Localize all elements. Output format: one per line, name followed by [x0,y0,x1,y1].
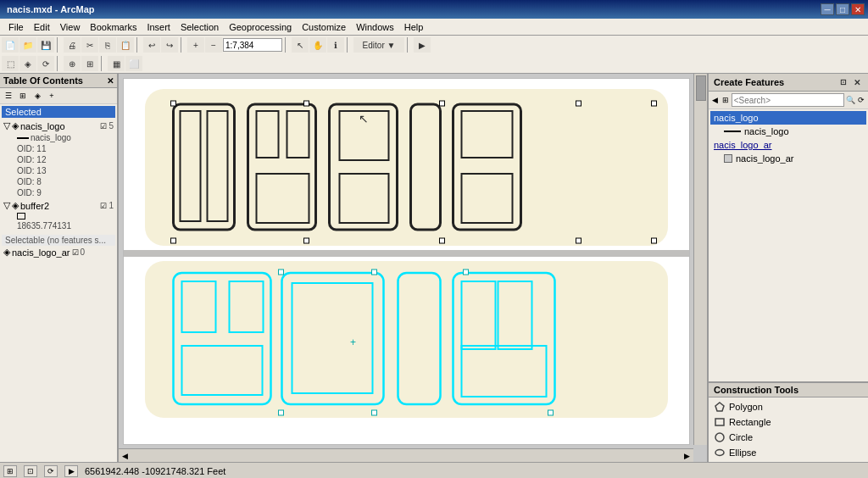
menu-insert[interactable]: Insert [142,20,175,34]
buffer2-value-label: 18635.774131 [17,221,71,231]
panel-back-button[interactable]: ◀ [710,94,720,106]
construction-tools-title: Construction Tools [714,385,798,395]
menu-geoprocessing[interactable]: Geoprocessing [224,20,297,34]
more-tools[interactable]: ▶ [414,37,431,53]
menu-edit[interactable]: Edit [29,20,55,34]
legend-box-buffer [17,213,25,220]
map-canvas: ↖ [119,74,707,462]
zoom-in-button[interactable]: + [187,37,204,53]
undo-button[interactable]: ↩ [143,37,160,53]
status-btn-4[interactable]: ▶ [64,465,78,477]
feature-search-input[interactable] [732,93,844,107]
attribute-table[interactable]: ▦ [108,56,125,71]
close-button[interactable]: ✕ [851,3,865,15]
svg-rect-4 [257,111,279,158]
legend-line-nacis [17,137,29,139]
panel-organize-button[interactable]: ⊞ [721,94,730,106]
feature-entry-nacis-logo-line[interactable]: nacis_logo [710,125,866,138]
layer-visibility-buffer[interactable]: ☑ [100,202,107,210]
right-panel-title: Create Features [714,77,784,87]
nacis-logo-shape: ↖ [145,89,668,246]
select-features[interactable]: ⬜ [125,56,142,71]
maximize-button[interactable]: □ [836,3,849,15]
status-btn-3[interactable]: ⟳ [44,465,58,477]
paste-button[interactable]: 📋 [117,37,134,53]
layer-visibility-nacis[interactable]: ☑ [100,122,107,131]
toc-symbol-view[interactable]: ◈ [31,90,44,102]
svg-rect-19 [171,238,176,243]
svg-rect-3 [248,104,316,230]
toc-oid-13: OID: 13 [15,165,115,176]
scroll-right-btn[interactable]: ▶ [684,452,690,460]
feature-line-icon [724,131,741,132]
arrow-tool[interactable]: ↖ [292,37,309,53]
feature-entry-nacis-ar[interactable]: nacis_logo_ar [710,138,866,152]
tool-rectangle[interactable]: Rectangle [710,414,866,430]
toc-nacis-legend: nacis_logo [15,132,115,143]
menu-file[interactable]: File [3,20,29,34]
edit-vertices[interactable]: ◈ [19,56,36,71]
toc-layer-nacis-logo-header[interactable]: ▽ ◈ nacis_logo ☑ 5 [2,119,115,132]
scrollbar-horizontal[interactable]: ◀ ▶ [119,448,693,462]
svg-rect-9 [340,174,389,223]
menu-bookmarks[interactable]: Bookmarks [85,20,142,34]
snapping[interactable]: ⊕ [64,56,81,71]
svg-rect-36 [279,270,284,275]
status-btn-1[interactable]: ⊞ [3,465,17,477]
identify-tool[interactable]: ℹ [327,37,344,53]
menu-view[interactable]: View [55,20,86,34]
menu-windows[interactable]: Windows [351,20,399,34]
ellipse-label: Ellipse [729,447,756,458]
zoom-out-button[interactable]: − [205,37,222,53]
panel-resize-button[interactable]: ⊡ [837,76,849,88]
svg-rect-28 [230,281,264,332]
cut-button[interactable]: ✂ [81,37,98,53]
tool-polygon[interactable]: Polygon [710,399,866,414]
toc-layer-buffer2-header[interactable]: ▽ ◈ buffer2 ☑ 1 [2,199,115,212]
map-area[interactable]: ↖ [119,74,707,462]
open-button[interactable]: 📁 [19,37,36,53]
toc-oid-8: OID: 8 [15,176,115,187]
new-button[interactable]: 📄 [2,37,19,53]
svg-rect-25 [174,273,271,404]
minimize-button[interactable]: ─ [821,3,834,15]
toc-list-view[interactable]: ☰ [2,90,15,102]
scrollbar-vertical[interactable] [693,74,707,445]
menu-help[interactable]: Help [399,20,429,34]
svg-rect-11 [453,104,521,230]
construction-tools-header: Construction Tools [709,383,868,397]
scale-input[interactable] [223,38,282,52]
toc-add-layer[interactable]: + [45,90,58,102]
feature-entry-nacis-logo-selected[interactable]: nacis_logo [710,111,866,125]
editor-dropdown[interactable]: Editor ▼ [353,37,404,53]
topology[interactable]: ⊞ [81,56,98,71]
menu-customize[interactable]: Customize [297,20,351,34]
save-button[interactable]: 💾 [37,37,54,53]
toc-close-button[interactable]: ✕ [107,76,114,86]
reshape[interactable]: ⟳ [37,56,54,71]
print-button[interactable]: 🖨 [64,37,81,53]
panel-search-button[interactable]: 🔍 [845,94,856,106]
tool-ellipse[interactable]: Ellipse [710,445,866,460]
scrollbar-thumb-v[interactable] [696,75,706,101]
tool-circle[interactable]: Circle [710,430,866,445]
toc-selectable: Selectable (no features s... [2,235,115,246]
redo-button[interactable]: ↪ [161,37,178,53]
toc-icon-view[interactable]: ⊞ [16,90,30,102]
pan-tool[interactable]: ✋ [309,37,326,53]
toc-nacis-ar-header[interactable]: ◈ nacis_logo_ar ☑ 0 [2,246,115,258]
menu-selection[interactable]: Selection [175,20,224,34]
svg-marker-43 [715,403,724,411]
scroll-left-btn[interactable]: ◀ [122,452,128,460]
toc-oid-11: OID: 11 [15,143,115,154]
svg-point-46 [715,450,724,456]
select-button[interactable]: ⬚ [2,56,19,71]
nacis-ar-visibility[interactable]: ☑ [72,248,79,257]
copy-button[interactable]: ⎘ [99,37,116,53]
svg-rect-44 [715,419,724,425]
feature-entry-nacis-ar-check[interactable]: nacis_logo_ar [710,152,866,165]
panel-close-button[interactable]: ✕ [851,76,863,88]
svg-rect-2 [208,111,228,221]
status-btn-2[interactable]: ⊡ [24,465,37,477]
panel-refresh-button[interactable]: ⟳ [857,94,866,106]
